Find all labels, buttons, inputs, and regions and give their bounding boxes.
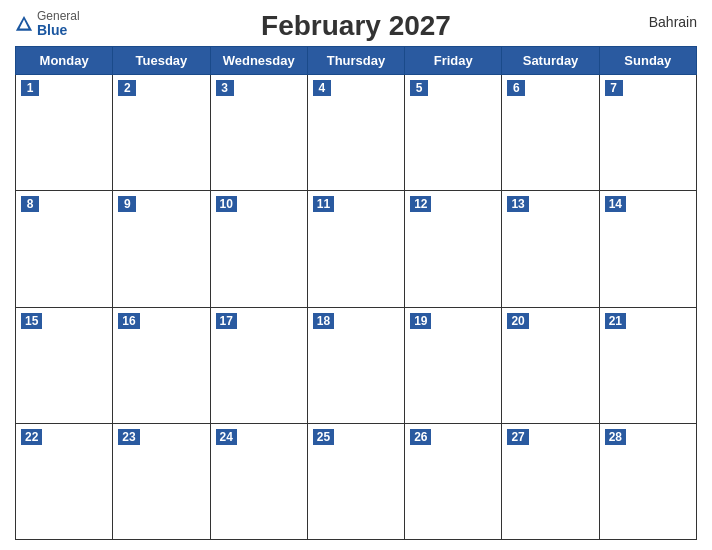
header-monday: Monday — [16, 47, 113, 75]
calendar-day-cell: 18 — [307, 307, 404, 423]
calendar-day-cell: 8 — [16, 191, 113, 307]
calendar-day-cell: 25 — [307, 423, 404, 539]
calendar-day-cell: 16 — [113, 307, 210, 423]
calendar-day-cell: 9 — [113, 191, 210, 307]
logo-blue-text: Blue — [37, 23, 80, 38]
day-number: 23 — [118, 429, 139, 445]
day-number: 28 — [605, 429, 626, 445]
calendar-day-cell: 19 — [405, 307, 502, 423]
calendar-title: February 2027 — [261, 10, 451, 42]
day-number: 14 — [605, 196, 626, 212]
calendar-day-cell: 6 — [502, 75, 599, 191]
day-number: 19 — [410, 313, 431, 329]
calendar-day-cell: 13 — [502, 191, 599, 307]
day-number: 1 — [21, 80, 39, 96]
calendar-day-cell: 24 — [210, 423, 307, 539]
calendar-day-cell: 1 — [16, 75, 113, 191]
header-friday: Friday — [405, 47, 502, 75]
calendar-day-cell: 23 — [113, 423, 210, 539]
day-number: 18 — [313, 313, 334, 329]
calendar-day-cell: 7 — [599, 75, 696, 191]
day-number: 17 — [216, 313, 237, 329]
day-number: 12 — [410, 196, 431, 212]
day-number: 25 — [313, 429, 334, 445]
day-number: 26 — [410, 429, 431, 445]
calendar-week-row: 891011121314 — [16, 191, 697, 307]
calendar-day-cell: 5 — [405, 75, 502, 191]
day-number: 8 — [21, 196, 39, 212]
calendar-day-cell: 3 — [210, 75, 307, 191]
calendar-day-cell: 10 — [210, 191, 307, 307]
calendar-day-cell: 26 — [405, 423, 502, 539]
country-label: Bahrain — [649, 14, 697, 30]
header-tuesday: Tuesday — [113, 47, 210, 75]
calendar-day-cell: 22 — [16, 423, 113, 539]
day-number: 4 — [313, 80, 331, 96]
calendar-day-cell: 28 — [599, 423, 696, 539]
calendar-day-cell: 20 — [502, 307, 599, 423]
header-wednesday: Wednesday — [210, 47, 307, 75]
day-number: 10 — [216, 196, 237, 212]
general-blue-icon — [15, 15, 33, 33]
day-number: 21 — [605, 313, 626, 329]
day-number: 20 — [507, 313, 528, 329]
calendar-day-cell: 2 — [113, 75, 210, 191]
day-number: 13 — [507, 196, 528, 212]
calendar-table: Monday Tuesday Wednesday Thursday Friday… — [15, 46, 697, 540]
day-number: 6 — [507, 80, 525, 96]
calendar-day-cell: 15 — [16, 307, 113, 423]
calendar-week-row: 22232425262728 — [16, 423, 697, 539]
logo-text: General Blue — [37, 10, 80, 39]
calendar-day-cell: 14 — [599, 191, 696, 307]
logo-area: General Blue — [15, 10, 80, 39]
calendar-week-row: 15161718192021 — [16, 307, 697, 423]
calendar-body: 1234567891011121314151617181920212223242… — [16, 75, 697, 540]
calendar-header: General Blue February 2027 Bahrain — [15, 10, 697, 42]
day-number: 27 — [507, 429, 528, 445]
calendar-day-cell: 21 — [599, 307, 696, 423]
day-number: 5 — [410, 80, 428, 96]
logo-wrapper: General Blue — [15, 10, 80, 39]
day-number: 15 — [21, 313, 42, 329]
calendar-day-cell: 11 — [307, 191, 404, 307]
calendar-day-cell: 12 — [405, 191, 502, 307]
header-sunday: Sunday — [599, 47, 696, 75]
day-number: 16 — [118, 313, 139, 329]
calendar-day-cell: 4 — [307, 75, 404, 191]
calendar-day-cell: 17 — [210, 307, 307, 423]
header-thursday: Thursday — [307, 47, 404, 75]
day-number: 11 — [313, 196, 334, 212]
calendar-week-row: 1234567 — [16, 75, 697, 191]
day-number: 24 — [216, 429, 237, 445]
day-number: 9 — [118, 196, 136, 212]
day-number: 2 — [118, 80, 136, 96]
day-number: 3 — [216, 80, 234, 96]
calendar-day-cell: 27 — [502, 423, 599, 539]
day-number: 22 — [21, 429, 42, 445]
weekday-header-row: Monday Tuesday Wednesday Thursday Friday… — [16, 47, 697, 75]
day-number: 7 — [605, 80, 623, 96]
header-saturday: Saturday — [502, 47, 599, 75]
